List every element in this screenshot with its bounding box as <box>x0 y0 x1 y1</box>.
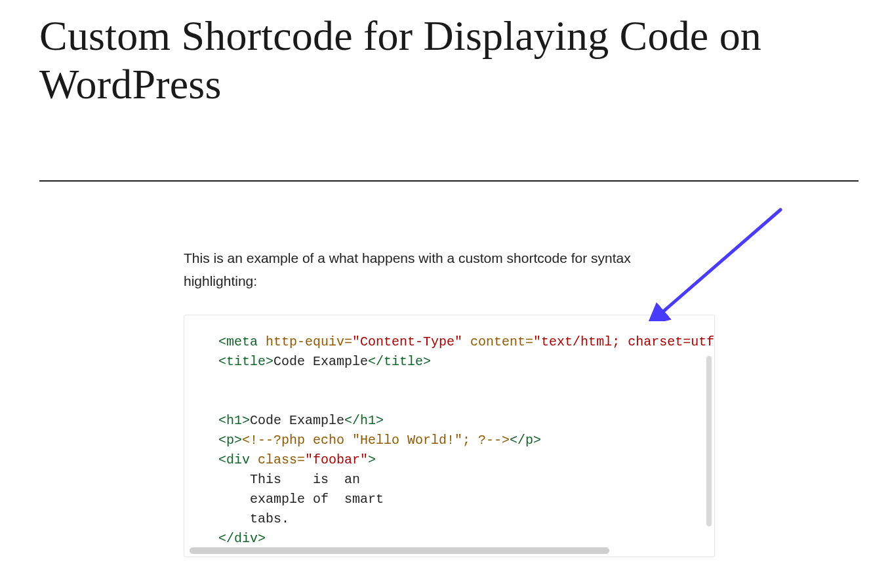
code-token: http-equiv= <box>258 334 352 349</box>
intro-text: This is an example of a what happens wit… <box>184 247 669 292</box>
code-token: </div> <box>218 531 266 546</box>
code-token: <title> <box>218 354 273 369</box>
section-divider <box>39 180 859 182</box>
code-token: tabs. <box>218 511 289 526</box>
code-token: </h1> <box>344 413 384 428</box>
code-token: <div <box>218 452 250 467</box>
code-token: "Content-Type" <box>352 334 462 349</box>
code-token: "foobar" <box>305 452 368 467</box>
code-token: "text/html; charset=utf-8" <box>533 334 714 349</box>
code-content: <meta http-equiv="Content-Type" content=… <box>184 315 714 557</box>
horizontal-scrollbar[interactable] <box>190 547 622 554</box>
page-title: Custom Shortcode for Displaying Code on … <box>39 12 851 108</box>
code-scroll-area[interactable]: <meta http-equiv="Content-Type" content=… <box>184 315 714 557</box>
code-token: > <box>368 452 376 467</box>
code-token: Code Example <box>273 354 368 369</box>
content-region: This is an example of a what happens wit… <box>184 247 715 557</box>
code-token: </p> <box>510 433 541 448</box>
vertical-scrollbar-thumb[interactable] <box>706 356 712 526</box>
code-token: class= <box>250 452 305 467</box>
vertical-scrollbar[interactable] <box>706 356 712 545</box>
code-token: <!--?php echo "Hello World!"; ?--> <box>242 433 510 448</box>
code-token: <meta <box>218 334 258 349</box>
code-token: Code Example <box>250 413 344 428</box>
code-token: </title> <box>368 354 431 369</box>
code-block: <meta http-equiv="Content-Type" content=… <box>184 315 715 557</box>
horizontal-scrollbar-thumb[interactable] <box>190 547 609 554</box>
code-token: <h1> <box>218 413 250 428</box>
code-token: example of smart <box>218 492 384 507</box>
code-token: content= <box>462 334 533 349</box>
code-token: <p> <box>218 433 242 448</box>
code-token: This is an <box>218 472 360 487</box>
